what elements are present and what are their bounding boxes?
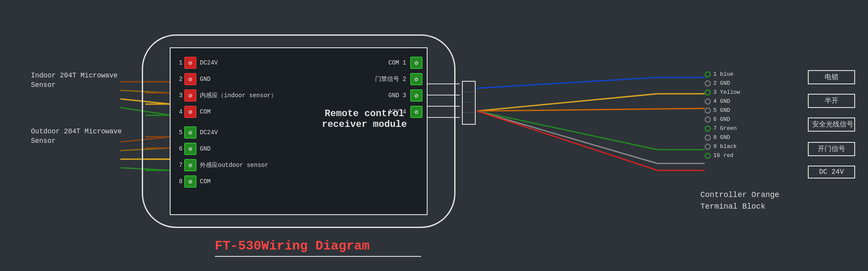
- terminal-7-num: 7: [175, 162, 183, 169]
- ctrl-2-label: 2 GND: [713, 80, 748, 86]
- svg-line-22: [477, 94, 657, 111]
- terminal-3-label: 内感应（indoor sensor）: [200, 92, 277, 99]
- title-underline: [215, 256, 421, 257]
- ctrl-4-label: 4 GND: [713, 98, 748, 105]
- indoor-sensor-label: Indoor 204T MicrowaveSensor: [31, 71, 118, 90]
- ctrl-terminal-7: 7 Green: [705, 125, 748, 132]
- rt-3: GND 3 ⊘: [388, 89, 422, 102]
- rt-2-label: 门禁信号: [375, 75, 399, 83]
- ctrl-terminal-8: 8 GND: [705, 134, 748, 141]
- ctrl-7-label: 7 Green: [713, 125, 748, 132]
- connector-block: [462, 81, 476, 125]
- ctrl-1-label: 1 blue: [713, 71, 748, 77]
- terminal-5-num: 5: [175, 129, 183, 136]
- rt-4: 12V 4 ⊘: [388, 106, 422, 118]
- terminal-4: 4 ⊘ COM: [175, 106, 211, 118]
- svg-line-25: [477, 111, 657, 150]
- ctrl-3-label: 3 Yellow: [713, 89, 748, 95]
- rt-3-label: GND: [388, 92, 399, 99]
- ctrl-terminal-3: 3 Yellow: [705, 89, 748, 95]
- terminal-4-block: ⊘: [184, 106, 196, 118]
- terminal-8-block: ⊘: [184, 176, 196, 188]
- diagram-container: Indoor 204T MicrowaveSensor Outdoor 204T…: [0, 0, 868, 271]
- svg-line-20: [477, 77, 657, 88]
- terminal-1: 1 ⊘ DC24V: [175, 57, 218, 69]
- terminal-1-num: 1: [175, 59, 183, 66]
- ctrl-9-label: 9 black: [713, 143, 748, 150]
- terminal-3: 3 ⊘ 内感应（indoor sensor）: [175, 89, 277, 102]
- terminal-3-block: ⊘: [184, 89, 196, 102]
- ctrl-terminal-2: 2 GND: [705, 80, 748, 86]
- label-box-2: 半开: [808, 94, 855, 108]
- terminal-7-label: 外感应outdoor sensor: [200, 161, 269, 169]
- terminal-4-label: COM: [200, 108, 211, 115]
- terminal-6-label: GND: [200, 145, 211, 152]
- ctrl-10-label: 10 red: [713, 152, 748, 159]
- terminal-2-label: GND: [200, 76, 211, 83]
- ctrl-8-label: 8 GND: [713, 134, 748, 141]
- rt-4-num: 4: [403, 108, 409, 115]
- terminal-2-block: ⊘: [184, 73, 196, 85]
- rt-4-block: ⊘: [410, 106, 422, 118]
- terminal-5-block: ⊘: [184, 126, 196, 139]
- label-box-5: DC 24V: [808, 166, 855, 179]
- ctrl-5-label: 5 GND: [713, 107, 748, 114]
- rt-1-num: 1: [403, 59, 409, 66]
- ctrl-terminal-5: 5 GND: [705, 107, 748, 114]
- ctrl-terminal-10: 10 red: [705, 152, 748, 159]
- rt-1-block: ⊘: [410, 57, 422, 69]
- terminal-3-num: 3: [175, 92, 183, 99]
- ctrl-terminal-6: 6 GND: [705, 116, 748, 123]
- terminal-8-label: COM: [200, 178, 211, 185]
- terminal-5: 5 ⊘ DC24V: [175, 126, 218, 139]
- rt-2-block: ⊘: [410, 73, 422, 85]
- terminal-7-block: ⊘: [184, 159, 196, 171]
- label-box-3: 安全光线信号: [808, 117, 855, 132]
- ctrl-6-label: 6 GND: [713, 116, 748, 123]
- terminal-6: 6 ⊘ GND: [175, 143, 211, 155]
- outdoor-sensor-label: Outdoor 204T MicrowaveSensor: [31, 127, 122, 146]
- svg-line-29: [477, 111, 657, 170]
- rt-1-label: COM: [388, 59, 399, 66]
- controller-terminal-block: 1 blue 2 GND 3 Yellow 4 GND 5 GND 6 GND: [705, 71, 748, 161]
- terminal-2: 2 ⊘ GND: [175, 73, 211, 85]
- terminal-6-block: ⊘: [184, 143, 196, 155]
- terminal-8-num: 8: [175, 178, 183, 185]
- ctrl-terminal-1: 1 blue: [705, 71, 748, 77]
- rt-4-label: 12V: [388, 108, 399, 115]
- terminal-8: 8 ⊘ COM: [175, 176, 211, 188]
- controller-title: Controller OrangeTerminal Block: [700, 189, 779, 212]
- rt-1: COM 1 ⊘: [388, 57, 422, 69]
- terminal-7: 7 ⊘ 外感应outdoor sensor: [175, 159, 269, 171]
- ctrl-terminal-4: 4 GND: [705, 98, 748, 105]
- terminal-5-label: DC24V: [200, 129, 218, 136]
- svg-line-24: [477, 108, 705, 111]
- rt-3-num: 3: [403, 92, 409, 99]
- rt-2-num: 2: [403, 76, 409, 83]
- terminal-1-block: ⊘: [184, 57, 196, 69]
- ctrl-terminal-9: 9 black: [705, 143, 748, 150]
- rt-2: 门禁信号 2 ⊘: [375, 73, 422, 85]
- label-box-1: 电锁: [808, 70, 855, 84]
- label-box-4: 开门信号: [808, 142, 855, 156]
- rt-3-block: ⊘: [410, 89, 422, 102]
- terminal-2-num: 2: [175, 76, 183, 83]
- terminal-1-label: DC24V: [200, 59, 218, 66]
- module-inner-box: 1 ⊘ DC24V 2 ⊘ GND 3 ⊘ 内感应（indoor sensor）…: [170, 47, 428, 215]
- terminal-6-num: 6: [175, 145, 183, 152]
- diagram-title: FT-530Wiring Diagram: [215, 239, 370, 253]
- svg-line-27: [477, 111, 657, 163]
- terminal-4-num: 4: [175, 108, 183, 115]
